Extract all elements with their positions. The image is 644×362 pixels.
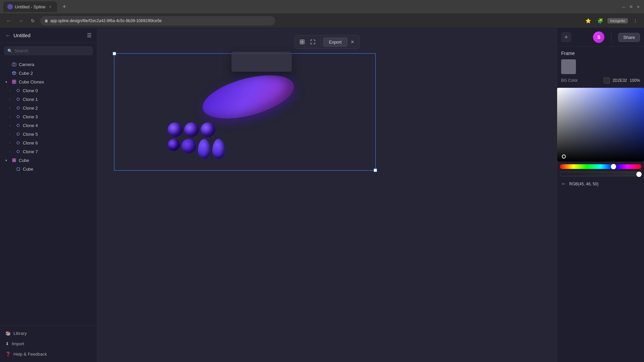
eyedropper-button[interactable]: ✏ [560, 180, 567, 188]
svg-point-7 [17, 98, 19, 101]
svg-point-10 [17, 124, 19, 127]
cube-child-icon [15, 166, 21, 172]
app: ← Untitled ☰ 🔍 Camera [0, 28, 644, 362]
tree-item-clone2[interactable]: › Clone 2 [0, 104, 97, 112]
clone1-icon [15, 97, 21, 102]
tree-item-cube-group[interactable]: ▾ Cube [0, 156, 97, 165]
close-button[interactable]: ✕ [636, 4, 641, 9]
color-value-row: ✏ RGB(45, 46, 50) [557, 179, 644, 189]
chevron-down-icon: ▾ [5, 80, 9, 84]
color-picker: ✏ RGB(45, 46, 50) [557, 88, 644, 189]
tree-item-cube2-label: Cube 2 [19, 71, 33, 76]
expand-button[interactable] [308, 37, 318, 47]
tree-item-clone4-label: Clone 4 [23, 123, 38, 128]
library-button[interactable]: 📚 Library [0, 328, 97, 339]
tree-item-clone3-label: Clone 3 [23, 114, 38, 119]
project-title: Untitled [13, 33, 84, 38]
nav-refresh-button[interactable]: ↻ [28, 16, 38, 25]
browser-menu-button[interactable]: ⋮ [631, 16, 640, 25]
extensions-button[interactable]: 🧩 [595, 16, 605, 25]
export-button[interactable]: Export [323, 38, 347, 47]
camera-icon [11, 62, 17, 67]
help-button[interactable]: ❓ Help & Feedback [0, 349, 97, 359]
tab-close-btn[interactable]: × [48, 4, 53, 9]
clone6-icon [15, 140, 21, 145]
svg-point-4 [14, 80, 16, 82]
cube2-icon [11, 70, 17, 76]
ball-1 [168, 122, 182, 137]
main-canvas[interactable]: Export ✕ [97, 28, 557, 362]
share-button[interactable]: Share [618, 33, 640, 42]
bookmark-button[interactable]: ⭐ [583, 16, 593, 25]
search-icon: 🔍 [7, 49, 12, 53]
svg-point-13 [17, 150, 19, 153]
svg-point-9 [17, 115, 19, 118]
color-value-display: RGB(45, 46, 50) [569, 182, 598, 186]
svg-point-14 [12, 159, 14, 160]
nav-forward-button[interactable]: → [16, 16, 25, 25]
clone4-icon [15, 123, 21, 128]
tree-item-clone4[interactable]: › Clone 4 [0, 121, 97, 130]
opacity-slider[interactable] [560, 172, 641, 176]
tree-item-camera[interactable]: Camera [0, 60, 97, 69]
svg-rect-18 [17, 168, 19, 170]
restore-button[interactable]: ⧉ [629, 4, 633, 9]
color-gradient-box[interactable] [557, 88, 644, 162]
fit-view-button[interactable] [298, 37, 307, 47]
tree-item-cube-clones[interactable]: ▾ Cube Clones [0, 77, 97, 86]
add-object-button[interactable]: + [561, 32, 571, 42]
tree-item-clone3[interactable]: › Clone 3 [0, 112, 97, 121]
bg-color-label: BG Color [561, 78, 601, 83]
svg-point-12 [17, 141, 19, 144]
minimize-button[interactable]: — [621, 4, 626, 9]
import-button[interactable]: ⬇ Import [0, 339, 97, 349]
frame-label: Frame [561, 51, 640, 56]
frame-color-preview[interactable] [561, 59, 576, 74]
tab-favicon [7, 4, 13, 9]
svg-rect-21 [300, 42, 302, 44]
tree-item-clone6[interactable]: › Clone 6 [0, 138, 97, 147]
browser-tab[interactable]: Untitled - Spline × [3, 1, 57, 12]
clone5-icon [15, 131, 21, 137]
ball-5 [181, 139, 196, 154]
main-3d-shape [198, 67, 299, 127]
tree-item-clone5[interactable]: › Clone 5 [0, 130, 97, 138]
svg-point-5 [12, 82, 14, 83]
tree-item-clone1[interactable]: › Clone 1 [0, 95, 97, 104]
tree-item-cube2[interactable]: Cube 2 [0, 69, 97, 77]
address-bar[interactable]: app.spline.design/file/f2ec2a42-8f6a-4c5… [40, 16, 275, 25]
tree-item-clone0-label: Clone 0 [23, 88, 38, 93]
search-input[interactable] [14, 48, 90, 53]
tree-item-clone0[interactable]: › Clone 0 [0, 86, 97, 95]
bg-color-hex: 2D2E32 [612, 78, 627, 83]
help-icon: ❓ [5, 352, 11, 357]
cylinder-2 [212, 139, 225, 159]
sidebar: ← Untitled ☰ 🔍 Camera [0, 28, 97, 362]
tree-item-clone7[interactable]: › Clone 7 [0, 147, 97, 156]
cube-group-icon [11, 158, 17, 163]
import-label: Import [12, 341, 24, 346]
hue-thumb[interactable] [611, 164, 616, 169]
back-button[interactable]: ← [5, 33, 11, 39]
chevron-right-icon: › [9, 89, 13, 93]
opacity-thumb[interactable] [636, 172, 642, 177]
sidebar-bottom: 📚 Library ⬇ Import ❓ Help & Feedback [0, 325, 97, 362]
new-tab-button[interactable]: + [60, 2, 69, 11]
svg-point-11 [17, 133, 19, 135]
frame-section: Frame BG Color 2D2E32 100% [557, 47, 644, 88]
svg-point-15 [14, 159, 15, 160]
nav-back-button[interactable]: ← [4, 16, 13, 25]
clone2-icon [15, 105, 21, 111]
color-picker-cursor[interactable] [562, 155, 566, 159]
close-toolbar-button[interactable]: ✕ [348, 38, 357, 46]
chevron-right-icon: › [9, 115, 13, 119]
sidebar-menu-button[interactable]: ☰ [87, 32, 92, 39]
chevron-right-icon: › [9, 106, 13, 110]
hue-slider[interactable] [560, 164, 641, 169]
sidebar-header: ← Untitled ☰ [0, 28, 97, 43]
ball-3 [201, 122, 215, 137]
search-bar: 🔍 [4, 46, 93, 55]
chevron-right-icon: › [9, 124, 13, 127]
bg-color-swatch[interactable] [604, 77, 610, 83]
tree-item-cube-child[interactable]: Cube [0, 165, 97, 173]
